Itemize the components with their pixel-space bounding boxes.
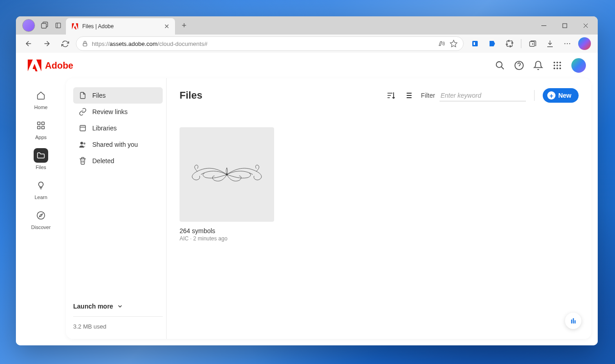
adobe-brand-text: Adobe (45, 60, 73, 71)
svg-point-11 (565, 43, 565, 44)
window-minimize-button[interactable] (533, 16, 554, 35)
svg-rect-30 (80, 125, 85, 131)
rail-home[interactable]: Home (34, 88, 48, 110)
svg-rect-25 (38, 122, 40, 125)
svg-rect-28 (42, 126, 45, 129)
people-icon (79, 140, 87, 149)
read-aloud-icon[interactable] (438, 40, 446, 48)
nav-rail: Home Apps Files Learn Discover (16, 78, 66, 345)
filter-label: Filter (421, 92, 435, 99)
svg-point-12 (567, 43, 568, 44)
svg-rect-27 (38, 126, 40, 129)
svg-point-32 (84, 143, 86, 145)
search-icon[interactable] (495, 60, 505, 70)
apps-icon (36, 121, 45, 130)
site-info-icon[interactable] (82, 40, 88, 47)
tab-actions-icon[interactable] (54, 21, 62, 30)
extension-1-icon[interactable] (467, 36, 483, 51)
rail-apps[interactable]: Apps (34, 118, 48, 140)
notifications-icon[interactable] (533, 60, 543, 70)
browser-toolbar: https://assets.adobe.com/cloud-documents… (16, 35, 598, 53)
adobe-logo[interactable]: Adobe (28, 60, 73, 71)
app-switcher-icon[interactable] (552, 60, 562, 70)
svg-rect-35 (573, 318, 574, 324)
svg-rect-0 (41, 24, 46, 29)
svg-rect-5 (474, 42, 475, 45)
tab-close-icon[interactable]: ✕ (164, 23, 170, 30)
main-panel: Files Filter + New (167, 78, 591, 339)
favorite-icon[interactable] (450, 40, 458, 48)
window-close-button[interactable] (575, 16, 596, 35)
svg-rect-36 (575, 320, 575, 324)
new-tab-button[interactable]: + (178, 19, 190, 32)
downloads-icon[interactable] (542, 36, 558, 51)
feedback-fab[interactable] (565, 313, 581, 329)
svg-point-13 (569, 43, 570, 44)
address-bar[interactable]: https://assets.adobe.com/cloud-documents… (76, 36, 464, 51)
file-name: 264 symbols (180, 227, 274, 234)
url-text: https://assets.adobe.com/cloud-documents… (92, 40, 434, 47)
adobe-header: Adobe (16, 53, 598, 78)
rail-files[interactable]: Files (34, 148, 48, 170)
profile-avatar[interactable] (22, 19, 35, 32)
titlebar: Files | Adobe ✕ + (16, 16, 598, 35)
page-title: Files (180, 90, 202, 101)
file-icon (79, 91, 87, 100)
sidebar-deleted[interactable]: Deleted (73, 153, 163, 169)
refresh-button[interactable] (58, 36, 72, 51)
workspaces-icon[interactable] (40, 21, 49, 30)
collections-icon[interactable] (525, 36, 540, 51)
svg-point-20 (556, 65, 558, 66)
svg-rect-26 (42, 122, 45, 125)
back-button[interactable] (21, 36, 36, 51)
svg-point-16 (554, 62, 555, 64)
rail-discover[interactable]: Discover (31, 208, 51, 230)
libraries-icon (79, 124, 87, 132)
svg-point-22 (554, 68, 555, 70)
svg-point-31 (80, 142, 83, 145)
user-avatar[interactable] (571, 58, 586, 73)
svg-point-19 (554, 65, 555, 66)
list-view-icon[interactable] (404, 91, 413, 100)
svg-point-23 (556, 68, 558, 70)
lightbulb-icon (36, 181, 45, 190)
browser-tab[interactable]: Files | Adobe ✕ (66, 18, 175, 35)
file-meta: AIC · 2 minutes ago (180, 235, 274, 242)
trash-icon (79, 157, 87, 165)
sidebar: Files Review links Libraries Shared with… (66, 78, 167, 339)
launch-more-button[interactable]: Launch more (73, 299, 163, 314)
window-maximize-button[interactable] (554, 16, 575, 35)
rail-learn[interactable]: Learn (34, 178, 48, 200)
svg-rect-2 (563, 24, 567, 28)
adobe-favicon-icon (71, 23, 79, 30)
filter-input[interactable] (440, 90, 526, 101)
extension-2-icon[interactable] (485, 36, 500, 51)
svg-point-14 (496, 62, 502, 68)
sidebar-shared[interactable]: Shared with you (73, 136, 163, 153)
browser-window: Files | Adobe ✕ + https://assets.adobe.c… (16, 16, 598, 345)
link-icon (79, 108, 87, 116)
sidebar-libraries[interactable]: Libraries (73, 120, 163, 136)
home-icon (36, 91, 45, 100)
tab-title: Files | Adobe (82, 23, 160, 30)
forward-button[interactable] (40, 36, 54, 51)
extensions-icon[interactable] (502, 36, 517, 51)
file-thumbnail (180, 127, 274, 222)
file-card[interactable]: 264 symbols AIC · 2 minutes ago (180, 127, 274, 242)
svg-rect-1 (56, 23, 61, 28)
svg-point-21 (560, 65, 561, 66)
svg-point-17 (556, 62, 558, 64)
copilot-icon[interactable] (577, 36, 592, 51)
svg-rect-3 (83, 43, 87, 46)
sidebar-review-links[interactable]: Review links (73, 104, 163, 120)
sort-icon[interactable] (386, 91, 395, 100)
page-content: Adobe Home Apps (16, 53, 598, 345)
storage-used: 3.2 MB used (73, 316, 163, 330)
help-icon[interactable] (514, 60, 524, 70)
sidebar-files[interactable]: Files (73, 87, 163, 104)
compass-icon (36, 211, 45, 220)
new-button[interactable]: + New (543, 88, 579, 103)
svg-point-18 (560, 62, 561, 64)
more-icon[interactable] (560, 36, 575, 51)
chevron-down-icon (117, 303, 123, 309)
